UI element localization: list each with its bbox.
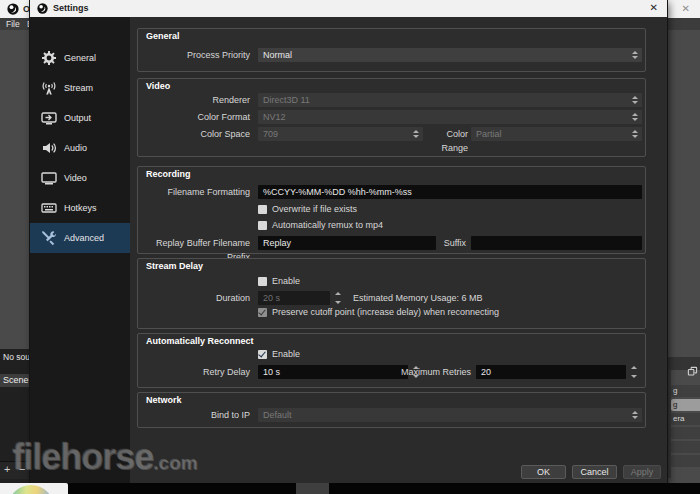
settings-close-icon[interactable]: ✕ xyxy=(650,2,658,13)
color-format-label: Color Format xyxy=(138,110,250,124)
sidebar-item-hotkeys[interactable]: Hotkeys xyxy=(30,193,130,223)
monitor-icon xyxy=(41,170,57,186)
stream-delay-enable-checkbox[interactable] xyxy=(258,277,267,286)
section-title: Recording xyxy=(146,169,191,179)
color-format-value: NV12 xyxy=(263,112,286,122)
process-priority-label: Process Priority xyxy=(138,48,250,62)
replay-prefix-label: Replay Buffer Filename Prefix xyxy=(138,236,250,250)
main-close-icon[interactable]: ✕ xyxy=(682,3,690,14)
right-panel-gray xyxy=(667,30,700,357)
remux-checkbox[interactable] xyxy=(258,221,267,230)
bind-ip-label: Bind to IP xyxy=(138,408,250,422)
sidebar-label: General xyxy=(64,43,96,73)
renderer-value: Direct3D 11 xyxy=(263,95,310,105)
color-space-select: 709 xyxy=(258,127,423,141)
retry-delay-value: 10 s xyxy=(263,367,280,377)
sidebar-label: Advanced xyxy=(64,223,104,253)
spinner-arrows-icon xyxy=(332,291,344,305)
sidebar-label: Output xyxy=(64,103,91,133)
reconnect-enable-checkbox[interactable] xyxy=(258,350,267,359)
color-space-label: Color Space xyxy=(138,127,250,141)
replay-prefix-value: Replay xyxy=(263,238,291,248)
bind-ip-select: Default xyxy=(258,408,642,422)
max-retries-value: 20 xyxy=(481,367,491,377)
spinner-arrows-icon[interactable] xyxy=(628,365,640,379)
bottom-strip xyxy=(0,483,700,494)
filename-formatting-label: Filename Formatting xyxy=(138,185,250,199)
filename-formatting-value: %CCYY-%MM-%DD %hh-%mm-%ss xyxy=(263,187,412,197)
duration-label: Duration xyxy=(138,291,250,305)
preserve-cutoff-label: Preserve cutoff point (increase delay) w… xyxy=(272,307,499,318)
right-dock-row-selected[interactable]: g xyxy=(671,399,700,411)
process-priority-select[interactable]: Normal xyxy=(258,48,642,62)
right-dock-row[interactable] xyxy=(671,441,700,453)
remove-scene-button[interactable]: − xyxy=(19,463,25,475)
spinner-arrows-icon[interactable] xyxy=(629,48,641,62)
right-dock-row[interactable]: g xyxy=(671,385,700,397)
output-monitor-icon xyxy=(41,110,57,126)
process-priority-value: Normal xyxy=(263,50,292,60)
preserve-cutoff-checkbox xyxy=(258,308,267,317)
scene-list-item[interactable]: Scene xyxy=(0,374,31,387)
bind-ip-value: Default xyxy=(263,410,292,420)
screen: OBS ✕ File E No sourc Scene + − g g era xyxy=(0,0,700,494)
add-scene-button[interactable]: + xyxy=(4,463,10,475)
settings-window: Settings ✕ General Stream Output xyxy=(30,0,667,483)
sidebar-item-video[interactable]: Video xyxy=(30,163,130,193)
layers-icon[interactable] xyxy=(687,366,698,379)
retry-delay-label: Retry Delay xyxy=(138,365,250,379)
sidebar-item-stream[interactable]: Stream xyxy=(30,73,130,103)
right-dock-row[interactable] xyxy=(671,427,700,439)
section-title: Automatically Reconnect xyxy=(146,336,254,346)
right-dock-row[interactable] xyxy=(671,455,700,467)
stream-delay-enable-label: Enable xyxy=(272,276,300,287)
sidebar-item-audio[interactable]: Audio xyxy=(30,133,130,163)
section-title: Stream Delay xyxy=(146,261,203,271)
sidebar-label: Audio xyxy=(64,133,87,163)
section-general: General Process Priority Normal xyxy=(137,28,646,72)
sidebar-label: Video xyxy=(64,163,87,193)
max-retries-label: Maximum Retries xyxy=(393,365,471,379)
section-title: General xyxy=(146,31,180,41)
settings-titlebar: Settings ✕ xyxy=(30,0,667,17)
color-range-value: Partial xyxy=(476,129,502,139)
filehorse-logo xyxy=(0,483,68,494)
sidebar-item-general[interactable]: General xyxy=(30,43,130,73)
menu-file[interactable]: File xyxy=(6,19,20,29)
remux-label: Automatically remux to mp4 xyxy=(272,220,383,231)
settings-content: General Process Priority Normal Video Re… xyxy=(130,17,667,483)
renderer-label: Renderer xyxy=(138,93,250,107)
section-auto-reconnect: Automatically Reconnect Enable Retry Del… xyxy=(137,333,646,388)
section-video: Video Renderer Direct3D 11 Color Format … xyxy=(137,78,646,157)
duration-value: 20 s xyxy=(263,293,280,303)
obs-logo-icon xyxy=(37,3,49,15)
memory-usage-text: Estimated Memory Usage: 6 MB xyxy=(353,291,553,305)
sidebar-label: Stream xyxy=(64,73,93,103)
obs-logo-icon xyxy=(7,3,19,15)
overwrite-label: Overwrite if file exists xyxy=(272,204,357,215)
ok-button[interactable]: OK xyxy=(521,465,566,479)
filehorse-globe-icon xyxy=(8,485,54,494)
sidebar-item-output[interactable]: Output xyxy=(30,103,130,133)
broadcast-icon xyxy=(41,80,57,96)
gear-icon xyxy=(41,50,57,66)
apply-button[interactable]: Apply xyxy=(623,465,661,479)
retry-delay-spinbox[interactable]: 10 s xyxy=(258,365,408,379)
sidebar-item-advanced[interactable]: Advanced xyxy=(30,223,130,253)
filename-formatting-input[interactable]: %CCYY-%MM-%DD %hh-%mm-%ss xyxy=(258,185,642,199)
max-retries-spinbox[interactable]: 20 xyxy=(476,365,626,379)
color-format-select: NV12 xyxy=(258,110,642,124)
overwrite-checkbox[interactable] xyxy=(258,205,267,214)
keyboard-icon xyxy=(41,200,57,216)
taskbar-segment xyxy=(296,483,329,494)
section-recording: Recording Filename Formatting %CCYY-%MM-… xyxy=(137,166,646,254)
right-dock-row[interactable]: era xyxy=(671,413,700,425)
replay-prefix-input[interactable]: Replay xyxy=(258,236,436,250)
section-network: Network Bind to IP Default xyxy=(137,392,646,428)
section-stream-delay: Stream Delay Enable Duration 20 s Estima… xyxy=(137,258,646,329)
left-dock: No sourc Scene + − xyxy=(0,349,30,483)
cancel-button[interactable]: Cancel xyxy=(572,465,617,479)
suffix-input[interactable] xyxy=(471,236,642,250)
speaker-icon xyxy=(41,140,57,156)
tools-icon xyxy=(41,230,57,246)
